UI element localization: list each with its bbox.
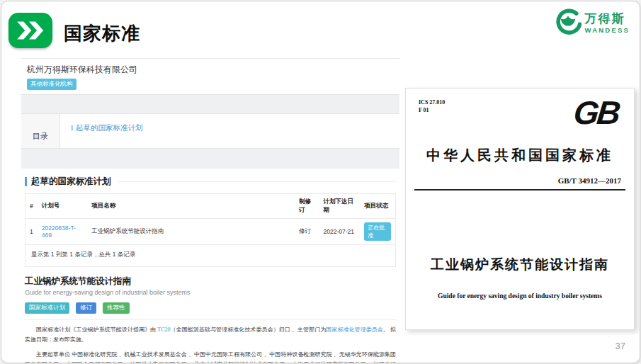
section-title-bar (25, 177, 27, 186)
paragraph-plan-info: 国家标准计划《工业锅炉系统节能设计指南》由 TC20（全国能源基础与管理标准化技… (25, 325, 396, 345)
cover-rule (414, 189, 625, 190)
cover-subject-en: Guide for energy saving design of indust… (406, 292, 634, 300)
sac-link[interactable]: 国家标准化管理委员会 (326, 326, 383, 333)
cover-doc-class: F 01 (419, 106, 445, 114)
cell-revision-type: 修订 (295, 219, 319, 245)
brand-name-cn: 万得斯 (585, 13, 630, 25)
brand-logo: 万得斯 WANDESS (555, 8, 630, 38)
brand-name-en: WANDESS (585, 27, 630, 34)
badge-revision: 修订 (76, 302, 96, 314)
plan-table-header-row: # 计划号 项目名称 制修订 计划下达日期 项目状态 (25, 194, 396, 219)
cover-ics-code: ICS 27.010 (419, 98, 445, 106)
standard-badges: 国家标准计划 修订 推荐性 (25, 300, 396, 320)
standard-title-cn: 工业锅炉系统节能设计指南 (25, 275, 396, 288)
cell-issue-date: 2022-07-21 (319, 219, 361, 245)
page-number: 37 (616, 341, 625, 351)
section-title-rule (118, 181, 397, 182)
plan-no-link[interactable]: 20220838-T-469 (42, 224, 76, 239)
toc-link[interactable]: 1 起草的国家标准计划 (70, 124, 142, 132)
company-type-badge: 其他标准化机构 (27, 79, 76, 90)
page-title: 国家标准 (64, 21, 140, 46)
col-issue-date: 计划下达日期 (319, 194, 361, 219)
toc-label: 目录 (21, 114, 60, 148)
cell-index: 1 (25, 219, 38, 245)
slide: 国家标准 万得斯 WANDESS 杭州万得斯环保科技有限公司 其他标准化机构 目… (1, 1, 640, 363)
col-index: # (25, 194, 38, 219)
company-name: 杭州万得斯环保科技有限公司 (27, 64, 394, 76)
tc20-link[interactable]: TC20 (157, 326, 170, 333)
toc-card: 目录 1 起草的国家标准计划 (21, 113, 399, 149)
col-project-name: 项目名称 (87, 194, 295, 219)
double-chevron-icon (8, 13, 52, 48)
plan-table: # 计划号 项目名称 制修订 计划下达日期 项目状态 1 20220838-T-… (25, 193, 396, 245)
status-badge: 正在批准 (364, 222, 391, 241)
webpage-screenshot: 杭州万得斯环保科技有限公司 其他标准化机构 目录 1 起草的国家标准计划 起草的… (21, 58, 399, 363)
col-plan-no: 计划号 (38, 194, 87, 219)
standard-plan-section: 起草的国家标准计划 # 计划号 项目名称 制修订 计划下达日期 项目状态 (21, 169, 399, 363)
company-header: 杭州万得斯环保科技有限公司 其他标准化机构 (21, 58, 399, 95)
col-status: 项目状态 (360, 194, 395, 219)
cover-standard-code: GB/T 34912—2017 (419, 176, 621, 185)
standard-title-en: Guide for energy-saving design of indust… (25, 289, 396, 296)
col-revision-type: 制修订 (295, 194, 319, 219)
gb-logo: GB (572, 98, 620, 127)
badge-recommended: 推荐性 (103, 302, 130, 314)
table-row: 1 20220838-T-469 工业锅炉系统节能设计指南 修订 2022-07… (25, 219, 396, 245)
badge-national-plan: 国家标准计划 (25, 302, 69, 314)
section-title: 起草的国家标准计划 (25, 176, 396, 188)
cover-title: 中华人民共和国国家标准 (406, 146, 634, 165)
cell-project-name: 工业锅炉系统节能设计指南 (87, 219, 295, 245)
wandess-leaf-icon (555, 8, 582, 38)
paragraph-drafting-units: 主要起草单位 中国标准化研究院 、机械工业技术发展基金会 、中国中元国际工程有限… (25, 350, 396, 363)
gb-standard-cover: ICS 27.010 F 01 GB 中华人民共和国国家标准 GB/T 3491… (405, 88, 635, 330)
cover-subject-cn: 工业锅炉系统节能设计指南 (406, 256, 634, 274)
table-record-count: 显示第 1 到第 1 条记录，总共 1 条记录 (25, 245, 396, 267)
